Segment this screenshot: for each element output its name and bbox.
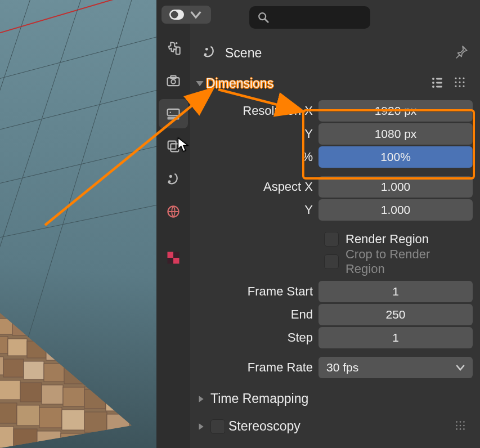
label-frame-end: End	[195, 307, 313, 322]
svg-rect-54	[168, 109, 180, 116]
svg-line-3	[0, 144, 156, 189]
search-icon	[257, 11, 270, 24]
svg-rect-34	[17, 405, 39, 425]
tab-output[interactable]	[159, 99, 188, 128]
svg-rect-64	[173, 252, 180, 258]
field-resolution-pct[interactable]: 100%	[318, 146, 473, 168]
svg-rect-71	[436, 82, 442, 84]
svg-rect-13	[48, 324, 66, 340]
label-resolution-y: Y	[195, 127, 313, 141]
svg-point-88	[463, 424, 465, 426]
preset-list-icon[interactable]	[430, 75, 444, 91]
tab-render[interactable]	[159, 34, 188, 63]
svg-rect-41	[14, 429, 37, 448]
toggle-pill-icon	[169, 9, 184, 20]
mouse-cursor	[177, 137, 191, 152]
svg-rect-35	[39, 407, 62, 428]
checkbox-stereoscopy[interactable]	[210, 419, 225, 434]
svg-point-77	[455, 81, 456, 83]
viewport-3d[interactable]	[0, 0, 156, 448]
properties-tabstrip	[156, 0, 190, 448]
pin-icon[interactable]	[454, 44, 469, 61]
svg-point-76	[463, 77, 464, 79]
section-title-stereoscopy: Stereoscopy	[228, 419, 300, 434]
svg-rect-19	[0, 357, 3, 375]
field-frame-start[interactable]: 1	[318, 281, 473, 302]
disclosure-time-remapping[interactable]	[195, 395, 207, 403]
svg-rect-33	[0, 403, 17, 423]
svg-rect-21	[24, 361, 44, 379]
svg-line-5	[0, 0, 34, 293]
svg-point-70	[432, 82, 434, 84]
svg-rect-29	[63, 387, 84, 406]
svg-rect-20	[3, 359, 24, 377]
field-resolution-y[interactable]: 1080 px	[318, 123, 473, 145]
checkbox-crop-region[interactable]	[324, 254, 339, 269]
svg-point-90	[460, 428, 461, 430]
svg-line-6	[0, 0, 84, 315]
svg-point-89	[456, 428, 457, 430]
svg-rect-57	[168, 141, 176, 149]
field-aspect-x[interactable]: 1.000	[318, 176, 473, 198]
properties-search[interactable]	[249, 6, 370, 29]
svg-rect-55	[168, 117, 180, 120]
checkbox-render-region[interactable]	[324, 232, 339, 247]
svg-rect-15	[8, 339, 27, 356]
svg-rect-43	[61, 433, 84, 448]
svg-point-68	[432, 78, 434, 80]
svg-rect-10	[0, 319, 12, 334]
svg-rect-16	[27, 341, 46, 358]
drag-handle-icon[interactable]	[453, 75, 466, 91]
svg-line-2	[0, 87, 156, 135]
label-aspect-x: Aspect X	[195, 180, 313, 194]
viewport-floor-tiles	[0, 285, 156, 448]
svg-line-1	[0, 34, 156, 84]
disclosure-dimensions[interactable]	[194, 79, 206, 88]
svg-point-66	[205, 48, 208, 51]
svg-point-87	[460, 424, 461, 426]
svg-point-85	[463, 421, 465, 423]
tab-texture[interactable]	[159, 243, 188, 272]
svg-rect-11	[12, 320, 30, 335]
svg-rect-36	[62, 410, 84, 430]
svg-rect-22	[44, 364, 64, 382]
svg-rect-12	[30, 322, 48, 338]
disclosure-stereoscopy[interactable]	[195, 423, 207, 431]
label-resolution-pct: %	[195, 150, 313, 164]
svg-point-46	[171, 11, 178, 19]
svg-rect-31	[106, 392, 127, 411]
svg-point-86	[456, 424, 457, 426]
chevron-down-icon	[456, 363, 465, 372]
svg-point-91	[463, 428, 465, 430]
drag-handle-icon[interactable]	[454, 419, 466, 434]
tab-scene[interactable]	[159, 164, 188, 194]
svg-point-59	[169, 175, 172, 178]
scene-icon	[201, 44, 217, 62]
label-frame-rate: Frame Rate	[195, 360, 313, 375]
svg-point-82	[463, 85, 464, 87]
svg-point-83	[456, 421, 457, 423]
tab-camera[interactable]	[159, 66, 188, 96]
label-render-region: Render Region	[346, 232, 429, 247]
svg-point-72	[432, 86, 434, 88]
label-resolution-x: Resolution X	[195, 104, 313, 118]
dropdown-frame-rate-value: 30 fps	[326, 361, 358, 374]
label-aspect-y: Y	[195, 203, 313, 217]
svg-rect-50	[176, 47, 180, 55]
field-frame-end[interactable]: 250	[318, 304, 473, 325]
tab-world[interactable]	[159, 197, 188, 226]
svg-rect-14	[0, 337, 8, 353]
label-frame-step: Step	[195, 330, 313, 345]
svg-rect-44	[84, 436, 108, 448]
svg-rect-18	[65, 346, 84, 362]
field-frame-step[interactable]: 1	[318, 327, 473, 348]
render-engine-switch[interactable]	[162, 6, 211, 24]
svg-rect-62	[168, 252, 174, 258]
svg-rect-63	[173, 258, 180, 264]
svg-point-67	[204, 53, 207, 55]
field-resolution-x[interactable]: 1920 px	[318, 100, 473, 122]
dropdown-frame-rate[interactable]: 30 fps	[318, 357, 473, 378]
svg-rect-42	[37, 431, 61, 448]
svg-rect-30	[84, 389, 106, 409]
field-aspect-y[interactable]: 1.000	[318, 199, 473, 221]
